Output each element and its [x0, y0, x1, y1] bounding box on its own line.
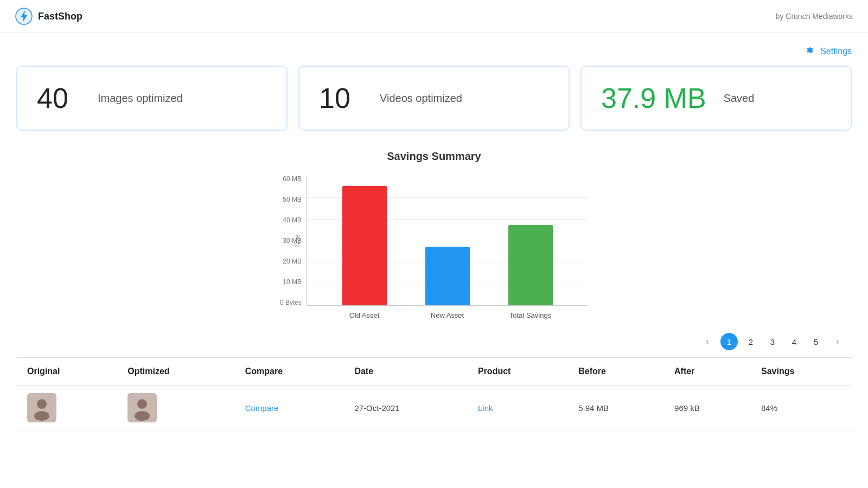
y-axis-title: Size	[293, 234, 301, 247]
app-header: FastShop by Crunch Mediaworks	[0, 0, 868, 33]
savings-value: 37.9 MB	[601, 82, 706, 114]
page-5-button[interactable]: 5	[807, 333, 825, 350]
total-savings-bar-group: Total Savings	[508, 225, 553, 305]
results-table: Original Optimized Compare Date Product …	[16, 358, 852, 431]
compare-link[interactable]: Compare	[245, 403, 279, 413]
product-cell: Link	[467, 386, 567, 431]
optimized-thumbnail	[127, 393, 157, 422]
new-asset-bar-group: New Asset	[425, 247, 470, 305]
col-product: Product	[467, 358, 567, 386]
settings-button[interactable]: Settings	[805, 46, 852, 57]
col-original: Original	[16, 358, 117, 386]
svg-point-6	[137, 399, 147, 409]
images-count: 40	[37, 82, 80, 114]
new-asset-bar	[425, 247, 470, 305]
original-thumb-cell	[16, 386, 117, 431]
after-cell: 969 kB	[663, 386, 750, 431]
savings-label: Saved	[724, 92, 755, 105]
before-cell: 5.94 MB	[567, 386, 663, 431]
compare-cell: Compare	[234, 386, 344, 431]
images-stat-card: 40 Images optimized	[16, 66, 288, 131]
gear-icon	[805, 46, 816, 57]
videos-count: 10	[319, 82, 362, 114]
table-header-row: Original Optimized Compare Date Product …	[16, 358, 852, 386]
old-asset-label: Old Asset	[349, 311, 380, 319]
page-4-button[interactable]: 4	[786, 333, 803, 350]
old-asset-bar-group: Old Asset	[342, 186, 387, 305]
chart-section: Savings Summary 60 MB 50 MB 40 MB 30 MB …	[16, 150, 852, 306]
next-page-button[interactable]: ›	[829, 333, 846, 350]
pagination: ‹ 1 2 3 4 5 ›	[16, 333, 852, 350]
results-table-container: Original Optimized Compare Date Product …	[16, 357, 852, 431]
page-1-button[interactable]: 1	[720, 333, 738, 350]
col-after: After	[663, 358, 750, 386]
y-label-0: 0 Bytes	[280, 299, 302, 306]
y-label-50: 50 MB	[283, 196, 302, 203]
y-label-40: 40 MB	[283, 217, 302, 223]
y-label-20: 20 MB	[283, 258, 302, 265]
old-asset-bar	[342, 186, 387, 305]
page-2-button[interactable]: 2	[742, 333, 760, 350]
settings-label: Settings	[820, 47, 852, 56]
y-label-10: 10 MB	[283, 279, 302, 285]
settings-row: Settings	[16, 46, 852, 57]
table-row: Compare 27-Oct-2021 Link 5.94 MB 969 kB …	[16, 386, 852, 431]
new-asset-label: New Asset	[431, 311, 464, 319]
optimized-thumb-cell	[117, 386, 234, 431]
svg-point-4	[34, 411, 49, 421]
images-label: Images optimized	[98, 92, 183, 105]
app-logo: FastShop	[15, 8, 82, 25]
col-compare: Compare	[234, 358, 344, 386]
prev-page-button[interactable]: ‹	[699, 333, 716, 350]
main-content: Settings 40 Images optimized 10 Videos o…	[0, 33, 868, 444]
savings-cell: 84%	[750, 386, 852, 431]
gridline-60	[307, 176, 588, 176]
col-optimized: Optimized	[117, 358, 234, 386]
savings-stat-card: 37.9 MB Saved	[580, 66, 852, 131]
original-thumbnail	[27, 393, 56, 422]
total-savings-bar	[508, 225, 553, 305]
stats-row: 40 Images optimized 10 Videos optimized …	[16, 66, 852, 131]
total-savings-label: Total Savings	[509, 311, 551, 319]
col-date: Date	[343, 358, 467, 386]
svg-point-7	[135, 411, 150, 421]
videos-label: Videos optimized	[380, 92, 462, 105]
svg-point-3	[37, 399, 47, 409]
col-before: Before	[567, 358, 663, 386]
product-link[interactable]: Link	[478, 403, 493, 413]
app-byline: by Crunch Mediaworks	[776, 12, 853, 21]
chart-title: Savings Summary	[387, 150, 481, 163]
videos-stat-card: 10 Videos optimized	[298, 66, 570, 131]
y-label-60: 60 MB	[283, 176, 302, 182]
logo-icon	[15, 8, 33, 25]
app-name: FastShop	[38, 11, 82, 22]
page-3-button[interactable]: 3	[764, 333, 781, 350]
col-savings: Savings	[750, 358, 852, 386]
date-cell: 27-Oct-2021	[343, 386, 467, 431]
